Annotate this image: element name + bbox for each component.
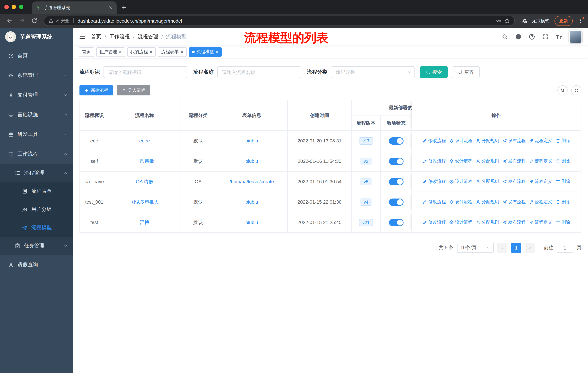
page-number-current[interactable]: 1 — [511, 242, 521, 253]
action-publish-link[interactable]: 发布流程 — [502, 219, 526, 225]
action-definition-link[interactable]: 流程定义 — [529, 219, 552, 225]
sidebar-fold-icon[interactable] — [79, 33, 86, 40]
sidebar-item-infra[interactable]: 基础设施 — [0, 105, 73, 125]
filter-name-input[interactable] — [217, 66, 301, 78]
breadcrumb-item[interactable]: 工作流程 — [109, 33, 130, 40]
bookmark-star-icon[interactable] — [504, 18, 510, 24]
tag-close-icon[interactable]: × — [180, 50, 183, 54]
sidebar-item-payment[interactable]: 支付管理 — [0, 85, 73, 105]
action-definition-link[interactable]: 流程定义 — [529, 199, 552, 205]
action-modify-link[interactable]: 修改流程 — [422, 199, 446, 205]
action-delete-link[interactable]: 删除 — [556, 158, 570, 164]
tag-process-form[interactable]: 流程表单× — [158, 47, 187, 57]
action-modify-link[interactable]: 修改流程 — [422, 219, 446, 225]
security-warning-icon[interactable] — [49, 18, 53, 23]
action-assign-link[interactable]: 分配规则 — [476, 219, 499, 225]
action-assign-link[interactable]: 分配规则 — [476, 138, 499, 144]
form-link[interactable]: /bpm/oa/leave/create — [230, 179, 274, 184]
reload-button[interactable] — [31, 18, 38, 24]
update-button[interactable]: 更新 — [555, 16, 573, 26]
action-modify-link[interactable]: 修改流程 — [422, 158, 446, 164]
action-delete-link[interactable]: 删除 — [556, 179, 570, 185]
form-link[interactable]: biubiu — [245, 199, 258, 205]
action-design-link[interactable]: 设计流程 — [449, 219, 472, 225]
action-delete-link[interactable]: 删除 — [556, 138, 570, 144]
action-assign-link[interactable]: 分配规则 — [476, 158, 499, 164]
form-link[interactable]: biubiu — [245, 138, 258, 143]
search-button[interactable]: 搜索 — [420, 66, 448, 78]
action-design-link[interactable]: 设计流程 — [449, 158, 472, 164]
sidebar-item-user-group[interactable]: 用户分组 — [0, 200, 73, 219]
action-delete-link[interactable]: 删除 — [556, 219, 570, 225]
action-assign-link[interactable]: 分配规则 — [476, 179, 499, 185]
sidebar-item-process-form[interactable]: 流程表单 — [0, 182, 73, 200]
active-toggle[interactable] — [389, 137, 403, 144]
action-assign-link[interactable]: 分配规则 — [476, 199, 499, 205]
create-process-button[interactable]: 新建流程 — [79, 85, 113, 95]
form-link[interactable]: biubiu — [245, 159, 258, 164]
page-size-select[interactable]: 10条/页 — [457, 242, 494, 253]
sidebar-item-devtools[interactable]: 研发工具 — [0, 125, 73, 144]
reset-button[interactable]: 重置 — [452, 66, 480, 78]
action-definition-link[interactable]: 流程定义 — [529, 158, 552, 164]
fullscreen-icon[interactable] — [542, 33, 549, 40]
action-design-link[interactable]: 设计流程 — [449, 138, 472, 144]
action-definition-link[interactable]: 流程定义 — [529, 179, 552, 185]
new-tab-button[interactable] — [121, 5, 126, 10]
model-name-link[interactable]: 自己审批 — [135, 158, 154, 164]
action-publish-link[interactable]: 发布流程 — [502, 158, 526, 164]
filter-category-select[interactable]: 流程分类 — [331, 66, 415, 78]
breadcrumb-item[interactable]: 首页 — [91, 33, 101, 40]
url-bar[interactable]: 不安全 dashboard.yudao.iocoder.cn/bpm/manag… — [44, 16, 515, 26]
active-toggle[interactable] — [389, 178, 403, 185]
form-link[interactable]: biubiu — [245, 220, 258, 225]
tag-close-icon[interactable]: × — [119, 50, 122, 54]
model-name-link[interactable]: OA 请假 — [136, 178, 153, 185]
breadcrumb-item[interactable]: 流程管理 — [138, 33, 158, 40]
sidebar-item-workflow[interactable]: 工作流程 — [0, 144, 73, 164]
close-window-button[interactable] — [4, 5, 9, 9]
tag-my-process[interactable]: 我的流程× — [127, 47, 156, 57]
tag-home[interactable]: 首页 — [79, 47, 94, 57]
zoom-window-button[interactable] — [19, 5, 23, 9]
user-avatar[interactable] — [569, 30, 582, 43]
browser-menu-icon[interactable] — [578, 18, 584, 24]
tag-close-icon[interactable]: × — [150, 50, 152, 54]
minimize-window-button[interactable] — [12, 5, 16, 9]
action-delete-link[interactable]: 删除 — [556, 199, 570, 205]
search-icon[interactable] — [502, 33, 508, 40]
sidebar-item-process-management[interactable]: 流程管理 — [0, 164, 73, 182]
sidebar-item-home[interactable]: 首页 — [0, 46, 73, 66]
action-design-link[interactable]: 设计流程 — [449, 179, 472, 185]
tag-tenant[interactable]: 租户管理× — [96, 47, 125, 57]
active-toggle[interactable] — [389, 219, 403, 226]
next-page-button[interactable] — [525, 242, 535, 253]
browser-tab[interactable]: 芋道管理系统 — [32, 1, 117, 14]
forward-button[interactable] — [19, 18, 25, 24]
back-button[interactable] — [6, 18, 13, 24]
model-name-link[interactable]: 滔博 — [140, 219, 149, 226]
app-logo[interactable]: 芋道管理系统 — [0, 28, 73, 46]
goto-page-input[interactable] — [557, 242, 573, 253]
model-name-link[interactable]: eeee — [139, 138, 150, 143]
tag-process-model[interactable]: 流程模型× — [189, 47, 222, 57]
github-icon[interactable] — [515, 33, 522, 40]
import-process-button[interactable]: 导入流程 — [117, 85, 150, 95]
action-publish-link[interactable]: 发布流程 — [502, 138, 526, 144]
model-name-link[interactable]: 测试多审批人 — [130, 199, 159, 205]
action-publish-link[interactable]: 发布流程 — [502, 179, 526, 185]
active-toggle[interactable] — [389, 158, 403, 165]
refresh-table-button[interactable] — [571, 85, 581, 95]
toggle-search-button[interactable] — [557, 85, 567, 95]
action-publish-link[interactable]: 发布流程 — [502, 199, 526, 205]
action-design-link[interactable]: 设计流程 — [449, 199, 472, 205]
sidebar-item-task-management[interactable]: 任务管理 — [0, 237, 73, 255]
filter-id-input[interactable] — [104, 66, 187, 78]
password-key-icon[interactable] — [496, 18, 502, 24]
sidebar-item-process-model[interactable]: 流程模型 — [0, 219, 73, 237]
sidebar-item-leave-query[interactable]: 请假查询 — [0, 255, 73, 275]
help-icon[interactable] — [529, 33, 535, 40]
action-modify-link[interactable]: 修改流程 — [422, 179, 446, 185]
tag-close-icon[interactable]: × — [216, 50, 219, 54]
font-size-icon[interactable]: TT — [556, 33, 562, 40]
